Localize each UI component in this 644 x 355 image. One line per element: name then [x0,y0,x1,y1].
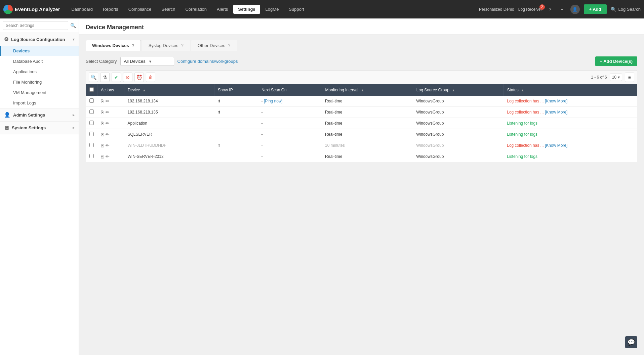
header-actions: Actions [97,84,124,96]
page-count: 1 - 6 of 6 [591,75,607,80]
header-device[interactable]: Device ▲ [124,84,214,96]
header-monitoring[interactable]: Monitoring Interval ▲ [322,84,413,96]
delete-btn[interactable]: 🗑 [146,73,155,82]
nav-alerts[interactable]: Alerts [212,5,233,14]
table-row: ⎘ ✏ 192.168.218.134 ⬆ - [Ping now] Real-… [86,96,637,107]
help-button[interactable]: ? [546,5,554,13]
sidebar-system-header[interactable]: 🖥 System Settings ▸ [0,122,79,134]
per-page-dropdown[interactable]: 10 ▾ [610,74,622,81]
user-avatar[interactable]: 👤 [570,5,580,14]
windows-tab-help-icon[interactable]: ? [132,43,134,48]
nav-support[interactable]: Support [284,5,309,14]
log-source-chevron: ▾ [73,37,75,42]
row-checkbox-1[interactable] [89,109,94,114]
row-checkbox-cell-2 [86,118,97,129]
nav-settings[interactable]: Settings [233,5,260,14]
syslog-tab-help-icon[interactable]: ? [181,43,184,48]
nav-correlation[interactable]: Correlation [180,5,211,14]
table-toolbar: 🔍 ⚗ ✔ ⊘ ⏰ 🗑 1 - 6 of 6 10 ▾ ⊞ [86,70,637,84]
edit-icon-1[interactable]: ✏ [106,109,110,115]
nav-compliance[interactable]: Compliance [124,5,156,14]
minimize-button[interactable]: − [558,5,566,13]
edit-icon-3[interactable]: ✏ [106,132,110,137]
sidebar-item-file-monitoring[interactable]: File Monitoring [0,77,79,87]
schedule-btn[interactable]: ⏰ [134,73,144,82]
top-navigation: EventLog Analyzer Dashboard Reports Comp… [0,0,644,18]
nav-dashboard[interactable]: Dashboard [67,5,97,14]
row-checkbox-cell-3 [86,129,97,140]
category-dropdown[interactable]: All Devices ▼ [120,57,174,66]
sidebar-search-bar: 🔍 [0,18,79,33]
know-more-link-0[interactable]: [Know More] [545,99,567,103]
row-actions-2: ⎘ ✏ [97,118,124,129]
header-status[interactable]: Status ▲ [504,84,637,96]
device-tabs: Windows Devices ? Syslog Devices ? Other… [86,40,637,51]
row-monitoring-4: 10 minutes [322,140,413,151]
row-checkbox-5[interactable] [89,154,94,158]
sidebar-item-applications[interactable]: Applications [0,66,79,77]
nav-reports[interactable]: Reports [98,5,123,14]
row-show-ip-1: ⬆ [214,107,258,118]
sidebar-section-log-source: ⚙ Log Source Configuration ▾ Devices Dat… [0,33,79,108]
nav-search[interactable]: Search [157,5,180,14]
know-more-link-1[interactable]: [Know More] [545,110,567,115]
row-checkbox-cell-5 [86,151,97,162]
global-add-button[interactable]: + Add [584,4,607,14]
nav-logme[interactable]: LogMe [261,5,284,14]
admin-icon: 👤 [4,112,10,118]
sidebar-item-import-logs[interactable]: Import Logs [0,98,79,108]
know-more-link-4[interactable]: [Know More] [545,143,567,148]
tab-other-devices[interactable]: Other Devices ? [191,40,237,51]
select-all-checkbox[interactable] [89,87,94,92]
sidebar-item-devices[interactable]: Devices [0,46,79,56]
row-checkbox-0[interactable] [89,98,94,103]
personalized-demo-label: Personalized Demo [479,7,514,12]
category-label: Select Category [86,59,117,64]
enable-btn[interactable]: ✔ [112,73,121,82]
status-text-0: Log collection has ... [507,99,544,103]
row-monitoring-5: Real-time [322,151,413,162]
sidebar-item-vm-management[interactable]: VM Management [0,87,79,98]
devices-table: Actions Device ▲ Show IP Next Scan On [86,84,637,162]
header-next-scan: Next Scan On [258,84,322,96]
status-text-2: Listening for logs [507,121,537,126]
row-checkbox-4[interactable] [89,143,94,147]
brand-logo[interactable]: EventLog Analyzer [3,5,60,14]
tab-syslog-devices[interactable]: Syslog Devices ? [142,40,190,51]
search-settings-input[interactable] [3,21,68,30]
chat-button[interactable]: 💬 [625,336,637,348]
copy-icon-4[interactable]: ⎘ [101,143,104,148]
copy-icon-0[interactable]: ⎘ [101,98,104,104]
sidebar-admin-header[interactable]: 👤 Admin Settings ▸ [0,108,79,121]
ping-link-0[interactable]: [Ping now] [264,99,283,103]
edit-icon-4[interactable]: ✏ [106,143,110,148]
sidebar-log-source-header[interactable]: ⚙ Log Source Configuration ▾ [0,33,79,46]
row-checkbox-cell-0 [86,96,97,107]
row-checkbox-2[interactable] [89,121,94,125]
column-settings-btn[interactable]: ⊞ [625,73,634,82]
device-sort-icon: ▲ [143,88,146,92]
edit-icon-2[interactable]: ✏ [106,121,110,126]
copy-icon-3[interactable]: ⎘ [101,132,104,137]
copy-icon-5[interactable]: ⎘ [101,154,104,159]
filter-btn[interactable]: ⚗ [100,73,110,82]
header-log-group[interactable]: Log Source Group ▲ [413,84,504,96]
configure-domains-link[interactable]: Configure domains/workgroups [177,59,238,64]
search-filter-btn[interactable]: 🔍 [89,73,98,82]
sidebar-section-system: 🖥 System Settings ▸ [0,122,79,134]
copy-icon-2[interactable]: ⎘ [101,121,104,126]
log-receiver-btn[interactable]: Log Receiver 2 [518,7,542,12]
sidebar-item-database-audit[interactable]: Database Audit [0,56,79,66]
row-checkbox-3[interactable] [89,132,94,136]
other-tab-help-icon[interactable]: ? [228,43,231,48]
edit-icon-0[interactable]: ✏ [106,98,110,104]
disable-btn[interactable]: ⊘ [123,73,132,82]
edit-icon-5[interactable]: ✏ [106,154,110,159]
add-device-button[interactable]: + Add Device(s) [595,56,637,66]
category-value: All Devices [124,59,146,64]
copy-icon-1[interactable]: ⎘ [101,109,104,115]
tab-windows-devices[interactable]: Windows Devices ? [86,40,141,51]
sidebar-search-icon[interactable]: 🔍 [70,23,76,28]
log-search-button[interactable]: 🔍 Log Search [611,7,641,12]
row-show-ip-3 [214,129,258,140]
